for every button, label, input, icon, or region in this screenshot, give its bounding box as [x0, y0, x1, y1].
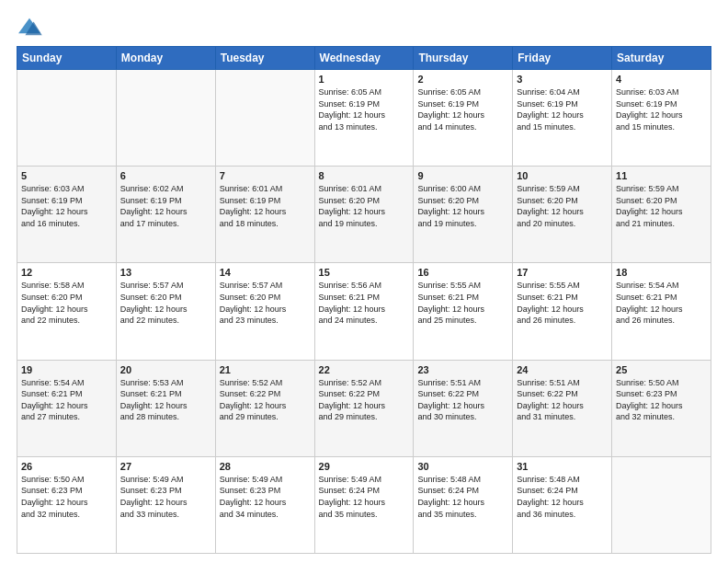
calendar-cell: 17Sunrise: 5:55 AM Sunset: 6:21 PM Dayli… [513, 263, 612, 360]
calendar-cell [116, 70, 215, 167]
page: SundayMondayTuesdayWednesdayThursdayFrid… [0, 0, 728, 563]
day-info: Sunrise: 5:52 AM Sunset: 6:22 PM Dayligh… [220, 377, 311, 423]
calendar-cell: 28Sunrise: 5:49 AM Sunset: 6:23 PM Dayli… [215, 456, 314, 553]
day-info: Sunrise: 5:55 AM Sunset: 6:21 PM Dayligh… [517, 280, 608, 326]
calendar-cell: 1Sunrise: 6:05 AM Sunset: 6:19 PM Daylig… [314, 70, 414, 167]
calendar-cell: 12Sunrise: 5:58 AM Sunset: 6:20 PM Dayli… [17, 263, 117, 360]
day-number: 6 [120, 170, 211, 181]
day-number: 29 [319, 461, 410, 472]
day-number: 7 [220, 170, 311, 181]
calendar-cell: 7Sunrise: 6:01 AM Sunset: 6:19 PM Daylig… [215, 167, 314, 263]
calendar-cell: 24Sunrise: 5:51 AM Sunset: 6:22 PM Dayli… [513, 360, 612, 456]
calendar-week-1: 1Sunrise: 6:05 AM Sunset: 6:19 PM Daylig… [17, 70, 711, 167]
calendar-cell: 11Sunrise: 5:59 AM Sunset: 6:20 PM Dayli… [612, 167, 711, 263]
calendar-cell: 16Sunrise: 5:55 AM Sunset: 6:21 PM Dayli… [414, 263, 513, 360]
day-header-friday: Friday [513, 47, 612, 70]
day-info: Sunrise: 5:56 AM Sunset: 6:21 PM Dayligh… [319, 280, 410, 326]
logo [17, 17, 46, 37]
day-header-tuesday: Tuesday [215, 47, 314, 70]
day-info: Sunrise: 5:48 AM Sunset: 6:24 PM Dayligh… [517, 474, 608, 520]
day-number: 30 [417, 461, 508, 472]
day-info: Sunrise: 5:57 AM Sunset: 6:20 PM Dayligh… [220, 280, 311, 326]
day-header-monday: Monday [116, 47, 215, 70]
calendar-week-5: 26Sunrise: 5:50 AM Sunset: 6:23 PM Dayli… [17, 456, 711, 553]
day-number: 16 [417, 267, 508, 278]
day-number: 19 [21, 364, 112, 375]
day-info: Sunrise: 5:58 AM Sunset: 6:20 PM Dayligh… [21, 280, 112, 326]
day-number: 28 [220, 461, 311, 472]
calendar-cell: 13Sunrise: 5:57 AM Sunset: 6:20 PM Dayli… [116, 263, 215, 360]
day-number: 4 [616, 74, 707, 85]
day-number: 15 [319, 267, 410, 278]
day-header-thursday: Thursday [414, 47, 513, 70]
header [17, 17, 711, 37]
calendar-cell: 30Sunrise: 5:48 AM Sunset: 6:24 PM Dayli… [414, 456, 513, 553]
calendar-cell [17, 70, 117, 167]
day-info: Sunrise: 5:50 AM Sunset: 6:23 PM Dayligh… [616, 377, 707, 423]
calendar-cell: 10Sunrise: 5:59 AM Sunset: 6:20 PM Dayli… [513, 167, 612, 263]
day-info: Sunrise: 6:03 AM Sunset: 6:19 PM Dayligh… [616, 86, 707, 132]
calendar-cell: 18Sunrise: 5:54 AM Sunset: 6:21 PM Dayli… [612, 263, 711, 360]
day-info: Sunrise: 5:54 AM Sunset: 6:21 PM Dayligh… [21, 377, 112, 423]
calendar-cell: 23Sunrise: 5:51 AM Sunset: 6:22 PM Dayli… [414, 360, 513, 456]
day-number: 31 [517, 461, 608, 472]
day-info: Sunrise: 5:49 AM Sunset: 6:23 PM Dayligh… [120, 474, 211, 520]
day-info: Sunrise: 5:52 AM Sunset: 6:22 PM Dayligh… [319, 377, 410, 423]
calendar-header-row: SundayMondayTuesdayWednesdayThursdayFrid… [17, 47, 711, 70]
calendar-cell: 19Sunrise: 5:54 AM Sunset: 6:21 PM Dayli… [17, 360, 117, 456]
calendar-cell [612, 456, 711, 553]
day-info: Sunrise: 5:59 AM Sunset: 6:20 PM Dayligh… [616, 183, 707, 229]
day-number: 9 [417, 170, 508, 181]
calendar-cell: 29Sunrise: 5:49 AM Sunset: 6:24 PM Dayli… [314, 456, 414, 553]
calendar-cell: 2Sunrise: 6:05 AM Sunset: 6:19 PM Daylig… [414, 70, 513, 167]
logo-icon [17, 17, 42, 37]
calendar-cell: 21Sunrise: 5:52 AM Sunset: 6:22 PM Dayli… [215, 360, 314, 456]
day-number: 20 [120, 364, 211, 375]
day-number: 22 [319, 364, 410, 375]
day-info: Sunrise: 5:48 AM Sunset: 6:24 PM Dayligh… [417, 474, 508, 520]
calendar-cell: 25Sunrise: 5:50 AM Sunset: 6:23 PM Dayli… [612, 360, 711, 456]
day-info: Sunrise: 6:04 AM Sunset: 6:19 PM Dayligh… [517, 86, 608, 132]
calendar-cell: 26Sunrise: 5:50 AM Sunset: 6:23 PM Dayli… [17, 456, 117, 553]
day-number: 26 [21, 461, 112, 472]
day-number: 2 [417, 74, 508, 85]
day-info: Sunrise: 5:53 AM Sunset: 6:21 PM Dayligh… [120, 377, 211, 423]
day-info: Sunrise: 6:02 AM Sunset: 6:19 PM Dayligh… [120, 183, 211, 229]
day-info: Sunrise: 5:49 AM Sunset: 6:24 PM Dayligh… [319, 474, 410, 520]
day-number: 5 [21, 170, 112, 181]
day-info: Sunrise: 5:59 AM Sunset: 6:20 PM Dayligh… [517, 183, 608, 229]
day-info: Sunrise: 6:01 AM Sunset: 6:20 PM Dayligh… [319, 183, 410, 229]
calendar-cell: 5Sunrise: 6:03 AM Sunset: 6:19 PM Daylig… [17, 167, 117, 263]
day-number: 25 [616, 364, 707, 375]
day-info: Sunrise: 5:57 AM Sunset: 6:20 PM Dayligh… [120, 280, 211, 326]
day-number: 8 [319, 170, 410, 181]
day-header-wednesday: Wednesday [314, 47, 414, 70]
day-number: 17 [517, 267, 608, 278]
calendar-table: SundayMondayTuesdayWednesdayThursdayFrid… [17, 46, 711, 554]
day-info: Sunrise: 6:05 AM Sunset: 6:19 PM Dayligh… [319, 86, 410, 132]
calendar-cell: 9Sunrise: 6:00 AM Sunset: 6:20 PM Daylig… [414, 167, 513, 263]
calendar-cell [215, 70, 314, 167]
day-info: Sunrise: 6:05 AM Sunset: 6:19 PM Dayligh… [417, 86, 508, 132]
day-info: Sunrise: 5:51 AM Sunset: 6:22 PM Dayligh… [517, 377, 608, 423]
calendar-week-4: 19Sunrise: 5:54 AM Sunset: 6:21 PM Dayli… [17, 360, 711, 456]
calendar-cell: 6Sunrise: 6:02 AM Sunset: 6:19 PM Daylig… [116, 167, 215, 263]
day-number: 13 [120, 267, 211, 278]
calendar-cell: 27Sunrise: 5:49 AM Sunset: 6:23 PM Dayli… [116, 456, 215, 553]
day-number: 18 [616, 267, 707, 278]
day-number: 10 [517, 170, 608, 181]
day-info: Sunrise: 6:03 AM Sunset: 6:19 PM Dayligh… [21, 183, 112, 229]
calendar-cell: 22Sunrise: 5:52 AM Sunset: 6:22 PM Dayli… [314, 360, 414, 456]
day-info: Sunrise: 5:51 AM Sunset: 6:22 PM Dayligh… [417, 377, 508, 423]
calendar-cell: 15Sunrise: 5:56 AM Sunset: 6:21 PM Dayli… [314, 263, 414, 360]
day-number: 23 [417, 364, 508, 375]
day-number: 1 [319, 74, 410, 85]
day-number: 11 [616, 170, 707, 181]
calendar-cell: 20Sunrise: 5:53 AM Sunset: 6:21 PM Dayli… [116, 360, 215, 456]
day-info: Sunrise: 6:00 AM Sunset: 6:20 PM Dayligh… [417, 183, 508, 229]
calendar-cell: 4Sunrise: 6:03 AM Sunset: 6:19 PM Daylig… [612, 70, 711, 167]
day-number: 3 [517, 74, 608, 85]
calendar-cell: 14Sunrise: 5:57 AM Sunset: 6:20 PM Dayli… [215, 263, 314, 360]
day-info: Sunrise: 5:50 AM Sunset: 6:23 PM Dayligh… [21, 474, 112, 520]
day-info: Sunrise: 5:55 AM Sunset: 6:21 PM Dayligh… [417, 280, 508, 326]
